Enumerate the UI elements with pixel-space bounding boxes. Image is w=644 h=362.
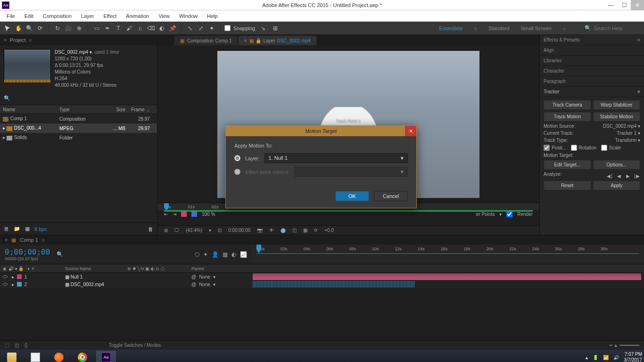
in-point-icon[interactable]: ⇤ [164,212,168,217]
close-tab-icon[interactable]: × [244,38,247,43]
resolution-icon[interactable]: ⊡ [218,228,222,233]
project-item-folder[interactable]: ▸ Solids Folder [0,133,157,142]
zoom-slider-icon[interactable]: ━ ▲ ━━━━━━━ [610,343,639,348]
taskbar-chrome[interactable] [73,351,92,362]
motion-blur-icon[interactable]: ◐ [231,251,236,258]
draft-3d-icon[interactable]: ✦ [203,251,208,258]
layer-bar[interactable] [253,281,415,288]
layer-radio[interactable] [234,155,240,161]
type-tool-icon[interactable]: T [114,24,123,33]
roto-tool-icon[interactable]: ◐ [157,24,166,33]
project-item-footage[interactable]: ▸ DSC_000...4 MPEG ... MB 29.97 [0,123,157,133]
delete-icon[interactable]: 🗑 [148,226,153,232]
menu-animation[interactable]: Animation [121,10,154,22]
timeline-layer-footage[interactable]: ▸ 2 ▦ DSC_0002.mp4 @None ▾ [0,280,644,288]
panel-menu-icon[interactable]: ≡ [637,37,640,42]
analyze-forward-icon[interactable]: ▶ [624,173,631,179]
out-point-icon[interactable]: ⇥ [173,212,176,217]
stabilize-motion-button[interactable]: Stabilize Motion [593,112,641,122]
grid-icon[interactable]: ⊞ [164,228,168,233]
panel-menu-icon[interactable]: ≡ [637,89,640,94]
panel-paragraph[interactable]: Paragraph [540,76,644,87]
transparency-icon[interactable]: ▦ [303,228,307,233]
effects-icon[interactable]: ⟳ [314,228,318,233]
dialog-title-bar[interactable]: Motion Target ✕ [226,126,416,136]
options-button[interactable]: Options... [593,160,641,170]
layer-dropdown[interactable]: 1. Null 1▾ [264,153,408,163]
timeline-playhead-icon[interactable] [256,245,261,253]
region-icon[interactable]: ◫ [292,228,297,233]
zoom-value[interactable]: 100 % [202,212,215,217]
track-type-dropdown[interactable]: Transform ▾ [615,138,640,143]
snap-grid-icon[interactable]: ⊞ [271,24,280,33]
parent-dropdown[interactable]: None [199,282,210,287]
edit-target-button[interactable]: Edit Target... [544,160,591,170]
warp-stabilizer-button[interactable]: Warp Stabilizer [593,100,641,110]
brush-tool-icon[interactable]: 🖌 [124,24,134,33]
menu-composition[interactable]: Composition [38,10,76,22]
timeline-ruler-area[interactable]: :00s02s04s06s08s10s12s14s16s18s20s22s24s… [252,245,644,264]
comp-mini-flowchart-icon[interactable]: ⬡ [195,251,199,258]
shape-tool-icon[interactable]: ▭ [92,24,101,33]
timeline-tab[interactable]: Comp 1 [20,237,38,243]
camera-tool-icon[interactable]: 🎥 [64,24,73,33]
zoom-tool-icon[interactable]: 🔍 [25,24,34,33]
panel-effects-presets[interactable]: Effects & Presets≡ [540,35,644,45]
taskbar-sticky-notes[interactable] [25,351,45,362]
label-color-icon[interactable] [17,274,22,279]
parent-pickwhip-icon[interactable]: @ [191,274,196,280]
taskbar-explorer[interactable] [2,351,22,362]
reset-button[interactable]: Reset [544,181,591,190]
hand-tool-icon[interactable]: ✋ [14,24,23,33]
panel-character[interactable]: Character [540,66,644,76]
panel-align[interactable]: Align [540,45,644,56]
close-button[interactable]: ✕ [631,0,644,10]
workspace-standard[interactable]: Standard [488,25,510,31]
panel-menu-icon[interactable]: ≡ [29,37,32,43]
visibility-icon[interactable] [3,283,8,286]
minimize-button[interactable]: — [604,0,618,10]
motion-source-dropdown[interactable]: DSC_0002.mp4 ▾ [603,123,640,129]
graph-editor-icon[interactable]: 📈 [240,251,247,258]
new-comp-icon[interactable]: ▦ [25,226,30,232]
expand-effects-icon[interactable]: {} [25,343,28,348]
axis-mode-icon[interactable]: ⤢ [196,24,206,33]
render-checkbox[interactable] [506,211,512,217]
apply-button[interactable]: Apply [593,181,641,190]
zoom-display[interactable]: (42.4%) [186,228,202,233]
track-camera-button[interactable]: Track Camera [544,100,591,110]
axis-local-icon[interactable]: ✦ [207,24,216,33]
timeline-close-icon[interactable]: × [5,237,8,243]
workspace-essentials[interactable]: Essentials [439,25,462,31]
taskbar-after-effects[interactable]: Ae [96,351,116,362]
timeline-menu-icon[interactable]: ≡ [42,237,45,243]
axis-tool-icon[interactable]: ⤡ [185,24,195,33]
points-dropdown-icon[interactable]: ▾ [499,212,502,217]
timecode-display[interactable]: 0;00;00;00 [5,247,50,256]
layer-bar[interactable] [253,273,641,280]
analyze-forward-one-icon[interactable]: ∣▶ [633,173,640,179]
analyze-back-one-icon[interactable]: ◀∣ [606,173,613,179]
workspace-overflow-icon[interactable]: » [563,25,566,31]
menu-layer[interactable]: Layer [76,10,99,22]
channels-icon[interactable]: ⬤ [281,228,286,233]
snapshot-icon[interactable]: 📷 [257,228,263,233]
taskbar-firefox[interactable] [49,351,69,362]
menu-effect[interactable]: Effect [99,10,121,22]
analyze-back-icon[interactable]: ◀ [615,173,622,179]
pen-tool-icon[interactable]: ✒ [103,24,112,33]
exposure-display[interactable]: +0.0 [324,228,334,233]
panel-libraries[interactable]: Libraries [540,56,644,66]
rotation-tool-icon[interactable]: ↻ [53,24,62,33]
parent-dropdown[interactable]: None [199,274,210,280]
dialog-close-button[interactable]: ✕ [405,126,416,136]
menu-view[interactable]: View [154,10,174,22]
menu-file[interactable]: File [2,10,20,22]
scale-checkbox[interactable] [601,145,607,151]
timeline-layer-null[interactable]: ▸ 1 ▦ Null 1 @None ▾ [0,273,644,280]
puppet-tool-icon[interactable]: 📌 [168,24,177,33]
tray-battery-icon[interactable]: 🔋 [593,355,598,360]
toggle-switches-button[interactable]: Toggle Switches / Modes [109,343,161,348]
tray-wifi-icon[interactable]: 📶 [603,355,609,360]
rotation-checkbox[interactable] [571,145,577,151]
